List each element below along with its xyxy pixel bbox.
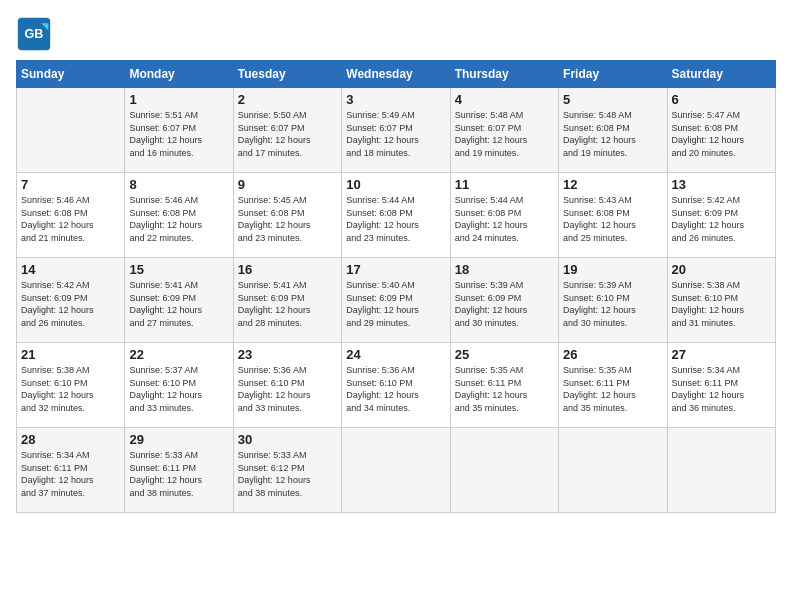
day-number: 11 (455, 177, 554, 192)
day-number: 21 (21, 347, 120, 362)
logo: GB (16, 16, 56, 52)
calendar-cell: 4Sunrise: 5:48 AM Sunset: 6:07 PM Daylig… (450, 88, 558, 173)
logo-icon: GB (16, 16, 52, 52)
day-info: Sunrise: 5:42 AM Sunset: 6:09 PM Dayligh… (21, 279, 120, 329)
day-number: 10 (346, 177, 445, 192)
header: GB (16, 16, 776, 52)
day-info: Sunrise: 5:45 AM Sunset: 6:08 PM Dayligh… (238, 194, 337, 244)
week-row-0: 1Sunrise: 5:51 AM Sunset: 6:07 PM Daylig… (17, 88, 776, 173)
calendar-cell: 27Sunrise: 5:34 AM Sunset: 6:11 PM Dayli… (667, 343, 775, 428)
calendar-cell: 9Sunrise: 5:45 AM Sunset: 6:08 PM Daylig… (233, 173, 341, 258)
calendar-cell: 1Sunrise: 5:51 AM Sunset: 6:07 PM Daylig… (125, 88, 233, 173)
calendar-cell: 25Sunrise: 5:35 AM Sunset: 6:11 PM Dayli… (450, 343, 558, 428)
header-cell-wednesday: Wednesday (342, 61, 450, 88)
day-info: Sunrise: 5:36 AM Sunset: 6:10 PM Dayligh… (238, 364, 337, 414)
day-info: Sunrise: 5:43 AM Sunset: 6:08 PM Dayligh… (563, 194, 662, 244)
calendar-cell (667, 428, 775, 513)
calendar-cell: 28Sunrise: 5:34 AM Sunset: 6:11 PM Dayli… (17, 428, 125, 513)
calendar-cell: 21Sunrise: 5:38 AM Sunset: 6:10 PM Dayli… (17, 343, 125, 428)
header-cell-tuesday: Tuesday (233, 61, 341, 88)
day-number: 19 (563, 262, 662, 277)
day-number: 4 (455, 92, 554, 107)
day-number: 1 (129, 92, 228, 107)
calendar-cell: 22Sunrise: 5:37 AM Sunset: 6:10 PM Dayli… (125, 343, 233, 428)
day-info: Sunrise: 5:33 AM Sunset: 6:12 PM Dayligh… (238, 449, 337, 499)
day-info: Sunrise: 5:48 AM Sunset: 6:07 PM Dayligh… (455, 109, 554, 159)
week-row-1: 7Sunrise: 5:46 AM Sunset: 6:08 PM Daylig… (17, 173, 776, 258)
calendar-cell (450, 428, 558, 513)
day-number: 7 (21, 177, 120, 192)
header-cell-friday: Friday (559, 61, 667, 88)
day-number: 23 (238, 347, 337, 362)
day-info: Sunrise: 5:38 AM Sunset: 6:10 PM Dayligh… (672, 279, 771, 329)
day-number: 15 (129, 262, 228, 277)
day-info: Sunrise: 5:50 AM Sunset: 6:07 PM Dayligh… (238, 109, 337, 159)
day-info: Sunrise: 5:34 AM Sunset: 6:11 PM Dayligh… (21, 449, 120, 499)
day-info: Sunrise: 5:36 AM Sunset: 6:10 PM Dayligh… (346, 364, 445, 414)
day-number: 16 (238, 262, 337, 277)
day-info: Sunrise: 5:51 AM Sunset: 6:07 PM Dayligh… (129, 109, 228, 159)
day-info: Sunrise: 5:46 AM Sunset: 6:08 PM Dayligh… (129, 194, 228, 244)
day-info: Sunrise: 5:44 AM Sunset: 6:08 PM Dayligh… (346, 194, 445, 244)
day-info: Sunrise: 5:48 AM Sunset: 6:08 PM Dayligh… (563, 109, 662, 159)
day-number: 2 (238, 92, 337, 107)
day-number: 17 (346, 262, 445, 277)
day-info: Sunrise: 5:39 AM Sunset: 6:09 PM Dayligh… (455, 279, 554, 329)
calendar-cell (559, 428, 667, 513)
calendar-cell: 24Sunrise: 5:36 AM Sunset: 6:10 PM Dayli… (342, 343, 450, 428)
calendar-cell: 29Sunrise: 5:33 AM Sunset: 6:11 PM Dayli… (125, 428, 233, 513)
day-info: Sunrise: 5:40 AM Sunset: 6:09 PM Dayligh… (346, 279, 445, 329)
calendar-cell: 30Sunrise: 5:33 AM Sunset: 6:12 PM Dayli… (233, 428, 341, 513)
calendar-cell: 11Sunrise: 5:44 AM Sunset: 6:08 PM Dayli… (450, 173, 558, 258)
calendar-cell (342, 428, 450, 513)
day-info: Sunrise: 5:33 AM Sunset: 6:11 PM Dayligh… (129, 449, 228, 499)
day-info: Sunrise: 5:41 AM Sunset: 6:09 PM Dayligh… (129, 279, 228, 329)
day-number: 6 (672, 92, 771, 107)
calendar-cell: 26Sunrise: 5:35 AM Sunset: 6:11 PM Dayli… (559, 343, 667, 428)
day-number: 12 (563, 177, 662, 192)
day-number: 13 (672, 177, 771, 192)
day-info: Sunrise: 5:37 AM Sunset: 6:10 PM Dayligh… (129, 364, 228, 414)
week-row-4: 28Sunrise: 5:34 AM Sunset: 6:11 PM Dayli… (17, 428, 776, 513)
day-number: 20 (672, 262, 771, 277)
header-cell-sunday: Sunday (17, 61, 125, 88)
calendar-cell: 14Sunrise: 5:42 AM Sunset: 6:09 PM Dayli… (17, 258, 125, 343)
calendar-cell: 7Sunrise: 5:46 AM Sunset: 6:08 PM Daylig… (17, 173, 125, 258)
day-info: Sunrise: 5:34 AM Sunset: 6:11 PM Dayligh… (672, 364, 771, 414)
day-number: 8 (129, 177, 228, 192)
calendar-cell: 5Sunrise: 5:48 AM Sunset: 6:08 PM Daylig… (559, 88, 667, 173)
day-info: Sunrise: 5:42 AM Sunset: 6:09 PM Dayligh… (672, 194, 771, 244)
calendar-cell: 20Sunrise: 5:38 AM Sunset: 6:10 PM Dayli… (667, 258, 775, 343)
calendar-cell (17, 88, 125, 173)
day-number: 5 (563, 92, 662, 107)
day-number: 9 (238, 177, 337, 192)
day-number: 28 (21, 432, 120, 447)
day-number: 30 (238, 432, 337, 447)
day-info: Sunrise: 5:35 AM Sunset: 6:11 PM Dayligh… (563, 364, 662, 414)
calendar-cell: 6Sunrise: 5:47 AM Sunset: 6:08 PM Daylig… (667, 88, 775, 173)
day-info: Sunrise: 5:44 AM Sunset: 6:08 PM Dayligh… (455, 194, 554, 244)
calendar-cell: 8Sunrise: 5:46 AM Sunset: 6:08 PM Daylig… (125, 173, 233, 258)
calendar-cell: 19Sunrise: 5:39 AM Sunset: 6:10 PM Dayli… (559, 258, 667, 343)
week-row-2: 14Sunrise: 5:42 AM Sunset: 6:09 PM Dayli… (17, 258, 776, 343)
day-info: Sunrise: 5:39 AM Sunset: 6:10 PM Dayligh… (563, 279, 662, 329)
day-number: 29 (129, 432, 228, 447)
calendar-cell: 23Sunrise: 5:36 AM Sunset: 6:10 PM Dayli… (233, 343, 341, 428)
day-info: Sunrise: 5:49 AM Sunset: 6:07 PM Dayligh… (346, 109, 445, 159)
svg-text:GB: GB (25, 27, 44, 41)
day-number: 27 (672, 347, 771, 362)
header-row: SundayMondayTuesdayWednesdayThursdayFrid… (17, 61, 776, 88)
calendar-cell: 15Sunrise: 5:41 AM Sunset: 6:09 PM Dayli… (125, 258, 233, 343)
header-cell-monday: Monday (125, 61, 233, 88)
day-info: Sunrise: 5:41 AM Sunset: 6:09 PM Dayligh… (238, 279, 337, 329)
calendar-cell: 16Sunrise: 5:41 AM Sunset: 6:09 PM Dayli… (233, 258, 341, 343)
day-info: Sunrise: 5:46 AM Sunset: 6:08 PM Dayligh… (21, 194, 120, 244)
day-info: Sunrise: 5:47 AM Sunset: 6:08 PM Dayligh… (672, 109, 771, 159)
header-cell-thursday: Thursday (450, 61, 558, 88)
calendar-cell: 10Sunrise: 5:44 AM Sunset: 6:08 PM Dayli… (342, 173, 450, 258)
calendar-cell: 18Sunrise: 5:39 AM Sunset: 6:09 PM Dayli… (450, 258, 558, 343)
day-info: Sunrise: 5:35 AM Sunset: 6:11 PM Dayligh… (455, 364, 554, 414)
week-row-3: 21Sunrise: 5:38 AM Sunset: 6:10 PM Dayli… (17, 343, 776, 428)
day-number: 22 (129, 347, 228, 362)
day-number: 18 (455, 262, 554, 277)
